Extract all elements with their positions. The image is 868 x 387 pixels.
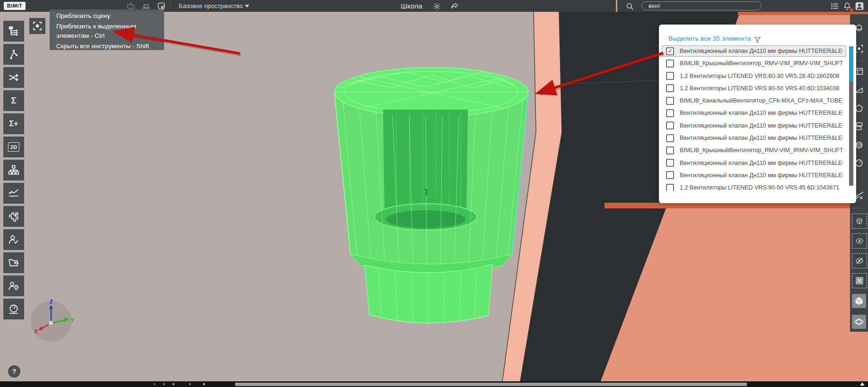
sigma-icon: Σ [11,95,16,106]
item-label: Вентиляционный клапан Дн110 мм фирмы HUT… [680,110,843,116]
share-icon[interactable] [449,1,460,11]
sidebar-item-hierarchy[interactable] [3,160,24,181]
app-logo[interactable]: BiMiT [4,2,26,10]
item-checkbox[interactable] [666,109,674,117]
help-button[interactable]: ? [8,365,20,378]
item-checkbox[interactable] [666,146,674,155]
item-checkbox[interactable]: ✓ [666,47,674,55]
search-icon[interactable] [624,1,635,11]
notifications-bell-icon[interactable] [842,1,852,11]
isolate-selection-icon[interactable] [852,214,867,229]
list-view-icon[interactable] [829,1,840,11]
bottom-status-bar [0,381,868,387]
gizmo-y-label: Y [70,317,74,323]
tooltip-line-3[interactable]: элементам - Ctrl [56,31,158,41]
item-label: 1.2 Вентиляторы LITENED VRS:60-30 VRS.28… [680,73,843,79]
show-selection-eye-icon[interactable] [852,233,867,249]
sidebar-item-shared-folder[interactable] [3,252,24,273]
list-item[interactable]: Вентиляционный клапан Дн110 мм фирмы HUT… [662,107,846,119]
list-item[interactable]: 1.2 Вентиляторы LITENED VRS:60-30 VRS.28… [662,70,846,82]
sidebar-item-sum[interactable]: Σ [3,90,24,111]
2d-document-icon: 2D [8,142,19,152]
sidebar-item-sum-add[interactable]: Σ+ [3,113,24,134]
sidebar-item-charts[interactable] [3,183,24,204]
list-item[interactable]: BIMLIB_КрышныйВентилятор_RMV-VIM_IRMV-VI… [662,145,846,156]
sidebar-item-structure-tree[interactable] [3,21,24,42]
item-label: BIMLIB_КрышныйВентилятор_RMV-VIM_IRMV-VI… [680,147,843,154]
sidebar-item-user-approvals[interactable] [3,229,24,250]
scrollbar-thumb[interactable] [849,46,853,81]
topbar-accent-divider [616,0,617,12]
tooltip-zoom-options: Приблизить сцену Приблизить к выделенным… [50,9,164,50]
notification-badge [850,8,853,12]
tooltip-line-1[interactable]: Приблизить сцену [56,11,158,21]
item-label: Вентиляционный клапан Дн110 мм фирмы HUT… [680,172,843,179]
item-checkbox[interactable] [666,171,674,179]
sidebar-item-user-location[interactable] [3,275,24,296]
zoom-tool-button[interactable] [29,18,45,34]
sigma-plus-icon: Σ+ [9,120,18,128]
list-item[interactable]: 1.2 Вентиляторы LITENED VRS:80-50 VRS.40… [662,83,846,94]
item-checkbox[interactable] [666,134,674,142]
item-label: BIMLIB_КанальныйВентилятор_CFk-MXA_CFz-M… [680,97,843,104]
item-checkbox[interactable] [666,72,674,80]
list-item[interactable]: Вентиляционный клапан Дн110 мм фирмы HUT… [662,170,846,181]
status-speck [154,383,155,385]
gear-icon[interactable] [431,1,442,11]
select-all-link[interactable]: Выделить все 35 элемента [668,35,751,42]
item-label: Вентиляционный клапан Дн110 мм фирмы HUT… [680,48,843,54]
status-speck [203,383,205,385]
list-item[interactable]: Вентиляционный клапан Дн110 мм фирмы HUT… [662,120,846,131]
list-item[interactable]: BIMLIB_КанальныйВентилятор_CFk-MXA_CFz-M… [662,95,846,106]
list-item[interactable]: Вентиляционный клапан Дн110 мм фирмы HUT… [662,157,846,169]
search-results-panel: Выделить все 35 элемента ✓ Вентиляционны… [659,25,856,203]
list-item[interactable]: 1.2 Вентиляторы LITENED VRS:90-50 VRS.45… [662,182,846,191]
status-speck [189,383,191,385]
item-checkbox[interactable] [666,84,674,92]
chevron-down-icon[interactable] [245,5,249,8]
hide-selection-eye-slash-icon[interactable] [852,253,867,268]
sidebar-item-dependencies[interactable] [3,44,24,65]
search-results-list: ✓ Вентиляционный клапан Дн110 мм фирмы H… [662,45,846,191]
item-label: BIMLIB_КрышныйВентилятор_RMV-VIM_IRMV-VI… [680,60,843,67]
item-checkbox[interactable] [666,184,674,191]
item-label: 1.2 Вентиляторы LITENED VRS:90-50 VRS.45… [680,184,843,191]
filter-icon[interactable] [754,36,762,44]
gizmo-z-label: Z [50,299,53,304]
item-label: Вентиляционный клапан Дн110 мм фирмы HUT… [680,122,843,129]
item-checkbox[interactable] [666,60,674,68]
search-input[interactable] [641,1,762,10]
tooltip-line-2[interactable]: Приблизить к выделенным [56,22,158,31]
list-item[interactable]: BIMLIB_КрышныйВентилятор_RMV-VIM_IRMV-VI… [662,58,846,69]
list-item[interactable]: Вентиляционный клапан Дн110 мм фирмы HUT… [662,132,846,144]
item-label: Вентиляционный клапан Дн110 мм фирмы HUT… [680,160,843,166]
tooltip-line-4[interactable]: Скрыть все инструменты - Shift [56,42,158,51]
item-label: 1.2 Вентиляторы LITENED VRS:80-50 VRS.40… [680,85,843,92]
item-checkbox[interactable] [666,121,674,129]
toolbar-divider [851,208,867,208]
orbit-cube-icon[interactable] [852,315,866,329]
sidebar-item-plugins[interactable] [3,206,24,227]
list-item[interactable]: ✓ Вентиляционный клапан Дн110 мм фирмы H… [662,45,846,57]
clear-selection-icon[interactable] [852,273,867,288]
bottom-scrollbar[interactable] [235,383,747,386]
status-speck [173,383,174,385]
scrollbar-track[interactable] [849,81,853,186]
avatar[interactable] [854,1,865,11]
sidebar-item-clash-crossings[interactable] [3,67,24,88]
shaded-view-cube-icon[interactable] [852,294,866,308]
item-label: Вентиляционный клапан Дн110 мм фирмы HUT… [680,135,843,141]
bottom-arrow-icon[interactable] [860,382,865,386]
workspace-selector[interactable]: Базовое пространство [179,0,243,12]
item-checkbox[interactable] [666,97,674,105]
item-checkbox[interactable] [666,159,674,167]
sidebar-item-dashboard-gauge[interactable] [3,299,24,319]
status-speck [163,383,165,385]
gizmo-x-label: X [34,328,38,334]
topbar-divider [170,2,170,10]
sidebar-item-2d-drawings[interactable]: 2D [3,137,24,157]
